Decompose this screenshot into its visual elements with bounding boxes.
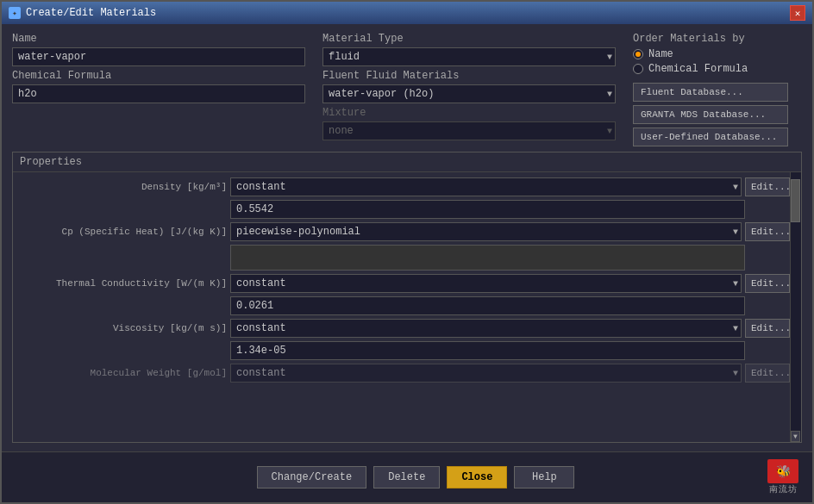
molecular-weight-method-dropdown[interactable]: constant xyxy=(230,364,742,383)
viscosity-row: Viscosity [kg/(m s)] constant ▼ Edit... xyxy=(20,319,790,338)
fluent-fluid-group: Fluent Fluid Materials water-vapor (h2o)… xyxy=(322,70,616,103)
name-input[interactable] xyxy=(12,47,305,66)
molecular-weight-row: Molecular Weight [g/mol] constant ▼ Edit… xyxy=(20,364,790,383)
scrollbar-thumb[interactable] xyxy=(791,179,800,222)
mixture-dropdown-wrapper: none ▼ xyxy=(322,121,616,140)
material-type-dropdown-wrapper: fluid ▼ xyxy=(322,47,616,66)
cp-row: Cp (Specific Heat) [J/(kg K)] piecewise-… xyxy=(20,222,790,241)
order-name-label: Name xyxy=(648,48,673,60)
viscosity-edit-button[interactable]: Edit... xyxy=(745,319,790,338)
help-button[interactable]: Help xyxy=(514,466,574,488)
bottom-buttons: Change/Create Delete Close Help xyxy=(64,466,767,488)
mixture-label: Mixture xyxy=(322,107,616,119)
title-bar: ✦ Create/Edit Materials ✕ xyxy=(2,2,812,24)
properties-header: Properties xyxy=(13,152,801,172)
order-materials-title: Order Materials by xyxy=(633,33,802,45)
cp-edit-button[interactable]: Edit... xyxy=(745,222,790,241)
thermal-conductivity-method-dropdown[interactable]: constant xyxy=(230,274,742,293)
cp-method-dropdown[interactable]: piecewise-polynomial xyxy=(230,222,742,241)
title-bar-left: ✦ Create/Edit Materials xyxy=(9,7,156,19)
right-db-section: Order Materials by Name Chemical Formula… xyxy=(633,33,802,146)
mixture-group: Mixture none ▼ xyxy=(322,107,616,140)
thermal-conductivity-value-row xyxy=(20,296,790,315)
order-by-name-row[interactable]: Name xyxy=(633,48,802,60)
viscosity-dropdown-wrapper: constant ▼ xyxy=(230,319,742,338)
molecular-weight-label: Molecular Weight [g/mol] xyxy=(20,368,227,378)
name-label: Name xyxy=(12,33,305,45)
viscosity-method-dropdown[interactable]: constant xyxy=(230,319,742,338)
chemical-formula-group: Chemical Formula xyxy=(12,70,305,103)
scrollbar-track[interactable]: ▼ xyxy=(790,172,801,442)
thermal-conductivity-edit-button[interactable]: Edit... xyxy=(745,274,790,293)
density-value-input[interactable] xyxy=(230,200,745,219)
fluent-fluid-dropdown-wrapper: water-vapor (h2o) ▼ xyxy=(322,84,616,103)
viscosity-label: Viscosity [kg/(m s)] xyxy=(20,323,227,333)
thermal-conductivity-value-input[interactable] xyxy=(230,296,745,315)
watermark: 🐝 南流坊 xyxy=(767,459,798,495)
properties-section: Properties Density [kg/m³] constant ▼ Ed… xyxy=(12,152,802,443)
fluent-database-button[interactable]: Fluent Database... xyxy=(633,83,788,102)
density-row: Density [kg/m³] constant ▼ Edit... xyxy=(20,177,790,196)
molecular-weight-dropdown-wrapper: constant ▼ xyxy=(230,364,742,383)
delete-button[interactable]: Delete xyxy=(373,466,440,488)
viscosity-value-row xyxy=(20,341,790,360)
close-button[interactable]: Close xyxy=(447,466,507,488)
molecular-weight-edit-button[interactable]: Edit... xyxy=(745,364,790,383)
density-edit-button[interactable]: Edit... xyxy=(745,177,790,196)
user-defined-database-button[interactable]: User-Defined Database... xyxy=(633,128,788,146)
window-title: Create/Edit Materials xyxy=(26,7,156,19)
watermark-text: 南流坊 xyxy=(769,483,798,495)
left-fields: Name Material Type fluid ▼ xyxy=(12,33,616,146)
scrollbar-down-arrow[interactable]: ▼ xyxy=(791,431,800,442)
thermal-conductivity-row: Thermal Conductivity [W/(m K)] constant … xyxy=(20,274,790,293)
density-method-dropdown[interactable]: constant xyxy=(230,177,742,196)
thermal-conductivity-dropdown-wrapper: constant ▼ xyxy=(230,274,742,293)
density-dropdown-wrapper: constant ▼ xyxy=(230,177,742,196)
main-content: Name Material Type fluid ▼ xyxy=(2,24,812,451)
material-type-dropdown[interactable]: fluid xyxy=(322,47,616,66)
material-type-label: Material Type xyxy=(322,33,616,45)
change-create-button[interactable]: Change/Create xyxy=(257,466,367,488)
properties-body: Density [kg/m³] constant ▼ Edit... xyxy=(13,172,790,442)
watermark-icon: 🐝 xyxy=(767,459,798,483)
fluent-fluid-dropdown[interactable]: water-vapor (h2o) xyxy=(322,84,616,103)
bottom-bar: Change/Create Delete Close Help 🐝 南流坊 xyxy=(2,451,812,502)
order-name-radio[interactable] xyxy=(633,49,643,59)
chemical-formula-input[interactable] xyxy=(12,84,305,103)
top-section: Name Material Type fluid ▼ xyxy=(12,33,802,146)
properties-label: Properties xyxy=(20,156,82,168)
chemical-formula-label: Chemical Formula xyxy=(12,70,305,82)
order-formula-radio[interactable] xyxy=(633,64,643,74)
window-close-button[interactable]: ✕ xyxy=(790,5,805,21)
mixture-dropdown[interactable]: none xyxy=(322,121,616,140)
granta-database-button[interactable]: GRANTA MDS Database... xyxy=(633,105,788,124)
watermark-bee-icon: 🐝 xyxy=(776,464,791,479)
order-by-formula-row[interactable]: Chemical Formula xyxy=(633,63,802,75)
viscosity-value-input[interactable] xyxy=(230,341,745,360)
name-group: Name xyxy=(12,33,305,66)
density-label: Density [kg/m³] xyxy=(20,182,227,192)
fluent-fluid-label: Fluent Fluid Materials xyxy=(322,70,616,82)
density-value-row xyxy=(20,200,790,219)
window-icon: ✦ xyxy=(9,7,21,19)
cp-piecewise-area xyxy=(230,245,745,271)
main-window: ✦ Create/Edit Materials ✕ Name Material … xyxy=(0,0,814,504)
cp-label: Cp (Specific Heat) [J/(kg K)] xyxy=(20,227,227,237)
order-formula-label: Chemical Formula xyxy=(648,63,748,75)
cp-dropdown-wrapper: piecewise-polynomial ▼ xyxy=(230,222,742,241)
thermal-conductivity-label: Thermal Conductivity [W/(m K)] xyxy=(20,278,227,289)
material-type-group: Material Type fluid ▼ xyxy=(322,33,616,66)
